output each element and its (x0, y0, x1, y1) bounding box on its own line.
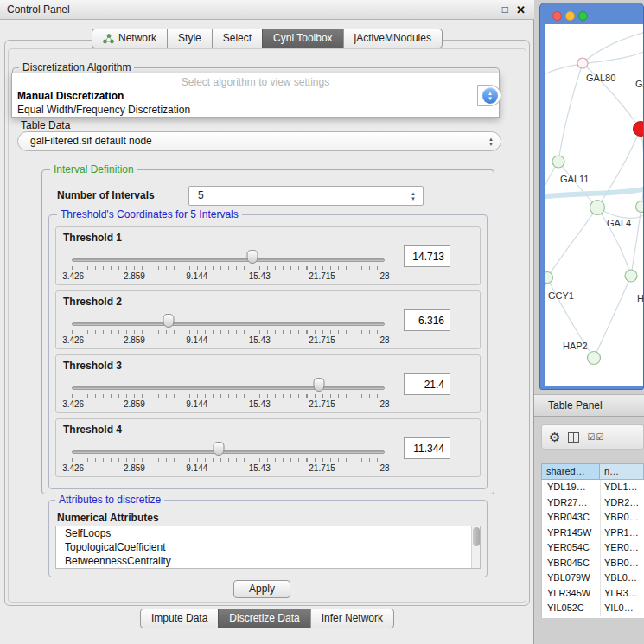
threshold-value-field[interactable] (404, 245, 450, 267)
close-icon[interactable]: ✕ (516, 0, 526, 20)
tab-select[interactable]: Select (212, 29, 263, 48)
tab-discretize-data[interactable]: Discretize Data (218, 609, 310, 628)
network-view-window[interactable]: GAL80 GA GAL11 GAL4 GCY1 H HAP2 (539, 3, 644, 390)
threshold-slider[interactable]: -3.4262.8599.14415.4321.71528 (72, 291, 385, 350)
column-header-name[interactable]: n… (600, 463, 644, 480)
cell[interactable]: YBR043C (542, 510, 601, 526)
threshold-1-panel: Threshold 1 -3.4262.8599.14415.4321.7152… (55, 226, 481, 285)
threshold-slider[interactable]: -3.4262.8599.14415.4321.71528 (72, 419, 385, 478)
list-item[interactable]: TopologicalCoefficient (56, 540, 480, 554)
cell[interactable]: YBR0… (601, 510, 644, 526)
node-right-edge[interactable] (636, 201, 644, 213)
threshold-2-panel: Threshold 2 -3.4262.8599.14415.4321.7152… (55, 290, 481, 349)
slider-ticks (72, 458, 385, 462)
dropdown-option-equal-width[interactable]: Equal Width/Frequency Discretization (17, 104, 190, 116)
threshold-value-field[interactable] (404, 309, 450, 331)
node-gal4[interactable] (590, 201, 605, 215)
cell[interactable]: YBR045C (542, 556, 601, 571)
column-header-shared-name[interactable]: shared… (541, 463, 600, 480)
threshold-value-field[interactable] (404, 373, 450, 395)
float-window-icon[interactable]: □ (502, 0, 508, 20)
table-row[interactable]: YLR345WYLR3… (542, 586, 644, 602)
slider-thumb[interactable] (313, 378, 324, 392)
tab-infer-network[interactable]: Infer Network (310, 609, 394, 628)
cell[interactable]: YDR27… (542, 495, 601, 511)
mac-minimize-button[interactable] (565, 11, 575, 21)
list-item[interactable]: SelfLoops (56, 526, 480, 540)
threshold-4-panel: Threshold 4 -3.4262.8599.14415.4321.7152… (55, 418, 481, 477)
table-row[interactable]: YDL19…YDL1… (542, 480, 644, 495)
apply-button[interactable]: Apply (233, 580, 290, 598)
thresholds-legend: Threshold's Coordinates for 5 Intervals (57, 208, 242, 220)
tab-jactivemodules[interactable]: jActiveMNodules (343, 29, 443, 48)
node-label: GAL80 (586, 73, 615, 83)
table-row[interactable]: YBR045CYBR0… (542, 556, 644, 571)
slider-thumb[interactable] (163, 314, 175, 328)
scrollbar-thumb[interactable] (473, 527, 480, 546)
cell[interactable]: YBR0… (601, 556, 644, 571)
node-gal80[interactable] (577, 58, 588, 68)
cell[interactable]: YPR1… (601, 526, 644, 541)
tab-network[interactable]: Network (92, 29, 168, 48)
node-gcy1[interactable] (545, 272, 553, 284)
cell[interactable]: YIL052C (542, 601, 601, 616)
cell[interactable]: YBL0… (601, 571, 644, 586)
table-row[interactable]: YBL079WYBL0… (542, 571, 644, 586)
cell[interactable]: YIL0… (601, 601, 644, 616)
slider-track[interactable] (72, 322, 385, 326)
node-selected-red[interactable] (634, 122, 644, 137)
cell[interactable]: YER0… (601, 540, 644, 556)
table-panel-header: Table Panel (534, 394, 644, 417)
threshold-value-field[interactable] (404, 437, 450, 459)
number-of-intervals-combobox[interactable]: 5 ▲▼ (188, 186, 424, 206)
gear-icon[interactable]: ⚙ (549, 430, 560, 443)
node-h[interactable] (625, 270, 637, 282)
slider-track[interactable] (72, 450, 385, 454)
table-row[interactable]: YBR043CYBR0… (542, 510, 644, 526)
tab-label: Select (223, 29, 252, 48)
cell[interactable]: YLR3… (601, 586, 644, 602)
tab-label: Discretize Data (229, 609, 299, 628)
algorithm-combobox[interactable]: ▲▼ (477, 85, 501, 106)
tab-label: jActiveMNodules (354, 29, 431, 48)
table-data-combobox[interactable]: galFiltered.sif default node ▲▼ (17, 131, 501, 151)
tab-impute-data[interactable]: Impute Data (140, 609, 219, 628)
combobox-stepper-icon[interactable]: ▲▼ (482, 87, 498, 104)
select-columns-icon[interactable]: ☑☑ (587, 432, 604, 442)
tab-label: Style (178, 29, 201, 48)
tab-label: Cyni Toolbox (273, 29, 332, 48)
tab-cyni-toolbox[interactable]: Cyni Toolbox (262, 29, 343, 48)
list-scrollbar[interactable] (471, 526, 480, 568)
cell[interactable]: YDL1… (601, 480, 644, 495)
cell[interactable]: YDR2… (601, 495, 644, 511)
threshold-slider[interactable]: -3.4262.8599.14415.4321.71528 (72, 355, 385, 414)
columns-icon[interactable] (568, 432, 579, 443)
control-panel-tab-bar: Network Style Select Cyni Toolbox jActiv… (0, 29, 534, 48)
node-gal11[interactable] (552, 156, 564, 168)
list-item[interactable]: BetweennessCentrality (56, 554, 480, 568)
node-label: GAL4 (607, 218, 631, 228)
node-label: GA (635, 79, 644, 89)
mac-close-button[interactable] (552, 11, 562, 21)
mac-zoom-button[interactable] (578, 11, 588, 21)
slider-thumb[interactable] (246, 250, 258, 264)
table-row[interactable]: YPR145WYPR1… (542, 526, 644, 541)
dropdown-option-manual-discretization[interactable]: Manual Discretization (17, 90, 124, 102)
threshold-slider[interactable]: -3.4262.8599.14415.4321.71528 (72, 227, 385, 286)
table-row[interactable]: YDR27…YDR2… (542, 495, 644, 511)
slider-track[interactable] (72, 386, 385, 390)
slider-ticks (72, 266, 385, 270)
tab-style[interactable]: Style (167, 29, 213, 48)
cell[interactable]: YPR145W (542, 526, 601, 541)
node-hap2[interactable] (588, 352, 601, 365)
table-row[interactable]: YER054CYER0… (542, 540, 644, 556)
cell[interactable]: YLR345W (542, 586, 601, 602)
slider-track[interactable] (72, 258, 385, 262)
table-header-row: shared… n… (541, 463, 644, 480)
cell[interactable]: YDL19… (542, 480, 601, 495)
slider-thumb[interactable] (214, 442, 225, 456)
cell[interactable]: YBL079W (542, 571, 601, 586)
cell[interactable]: YER054C (542, 540, 601, 556)
window-title: Control Panel (7, 0, 70, 20)
table-row[interactable]: YIL052CYIL0… (542, 601, 644, 616)
